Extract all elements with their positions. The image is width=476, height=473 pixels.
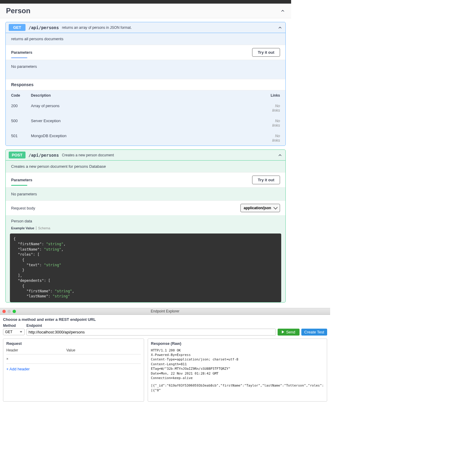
response-headers: HTTP/1.1 200 OK X-Powered-By=Express Con… [151, 348, 324, 381]
table-row: 200 Array of persons No links [6, 101, 285, 116]
endpoint-explorer-window: Endpoint Explorer Choose a method and en… [0, 308, 330, 404]
tag-header[interactable]: Person [0, 4, 291, 18]
play-icon [282, 330, 284, 333]
response-desc: Server Exception [26, 116, 261, 131]
col-desc: Description [26, 90, 261, 101]
response-pane-title: Response (Raw) [151, 341, 324, 346]
operation-description: Creates a new person document for person… [6, 161, 285, 172]
responses-heading: Responses [6, 79, 285, 90]
response-code: 501 [6, 131, 26, 146]
explorer-hint: Choose a method and enter a REST endpoin… [3, 317, 327, 322]
swagger-topbar [0, 0, 291, 4]
operation-post-persons: POST /api/persons Creates a new person d… [5, 149, 286, 303]
no-parameters-label: No parameters [6, 188, 285, 200]
example-tabs: Example ValueSchema [6, 224, 285, 232]
send-button[interactable]: Send [278, 329, 299, 336]
request-body-desc: Person data [6, 215, 285, 224]
response-pane: Response (Raw) HTTP/1.1 200 OK X-Powered… [148, 339, 327, 402]
response-links: No links [261, 131, 285, 146]
request-pane-title: Request [6, 341, 141, 346]
try-it-out-button[interactable]: Try it out [252, 48, 280, 57]
no-parameters-label: No parameters [6, 60, 285, 79]
add-header-button[interactable]: + Add header [6, 367, 141, 371]
method-badge-post: POST [9, 152, 26, 158]
operation-summary[interactable]: GET /api/persons returns an array of per… [6, 22, 285, 33]
method-select[interactable]: GET [3, 329, 25, 335]
chevron-up-icon [278, 25, 282, 30]
response-code: 500 [6, 116, 26, 131]
chevron-up-icon [280, 8, 285, 13]
method-label: Method [3, 324, 26, 328]
content-type-select[interactable]: application/json [240, 204, 280, 212]
response-desc: MongoDB Exception [26, 131, 261, 146]
col-code: Code [6, 90, 26, 101]
response-body: [{"_id":"619af03f53060593b3eab8cb","firs… [151, 383, 324, 393]
method-badge-get: GET [9, 24, 26, 31]
chevron-up-icon [278, 153, 282, 158]
operation-summary[interactable]: POST /api/persons Creates a new person d… [6, 150, 285, 160]
tag-title: Person [6, 7, 30, 15]
remove-header-button[interactable]: × [6, 357, 8, 361]
response-desc: Array of persons [26, 101, 261, 116]
operation-path: /api/persons [29, 153, 59, 158]
swagger-region: Person GET /api/persons returns an array… [0, 0, 476, 308]
col-actions [135, 348, 141, 352]
operation-short-desc: Creates a new person document [62, 153, 114, 157]
response-code: 200 [6, 101, 26, 116]
responses-table: Code Description Links 200 Array of pers… [6, 90, 285, 146]
example-code-block: { "firstName": "string", "lastName": "st… [10, 233, 281, 302]
header-col: Header [6, 348, 66, 352]
parameters-heading: Parameters [11, 178, 32, 182]
table-row: 501 MongoDB Exception No links [6, 131, 285, 146]
tab-example-value[interactable]: Example Value [11, 226, 36, 230]
col-links: Links [261, 90, 285, 101]
window-title: Endpoint Explorer [0, 309, 330, 313]
try-it-out-button[interactable]: Try it out [252, 176, 280, 184]
operation-short-desc: returns an array of persons in JSON form… [62, 26, 132, 30]
operation-description: returns all persons documents [6, 33, 285, 45]
request-body-heading: Request body [11, 206, 35, 210]
send-button-label: Send [286, 330, 295, 334]
operation-path: /api/persons [29, 25, 59, 30]
tab-schema[interactable]: Schema [36, 226, 52, 230]
create-test-button[interactable]: Create Test [301, 329, 327, 336]
value-col: Value [66, 348, 135, 352]
table-row: 500 Server Exception No links [6, 116, 285, 131]
response-links: No links [261, 101, 285, 116]
endpoint-input[interactable] [26, 329, 276, 336]
request-pane: Request Header Value × + Add header [3, 339, 144, 402]
endpoint-label: Endpoint [26, 324, 42, 328]
operation-get-persons: GET /api/persons returns an array of per… [5, 22, 286, 146]
window-titlebar[interactable]: Endpoint Explorer [0, 308, 330, 315]
parameters-heading: Parameters [11, 50, 32, 55]
response-links: No links [261, 116, 285, 131]
